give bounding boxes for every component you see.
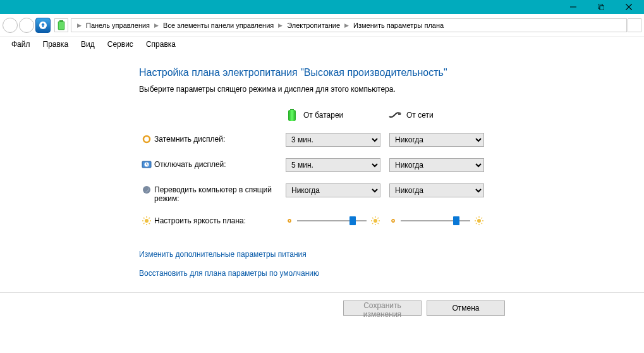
battery-icon [286,109,298,121]
svg-line-44 [482,218,483,219]
column-headers: От батареи От сети [139,109,644,121]
svg-point-16 [145,219,149,223]
menu-file[interactable]: Файл [5,40,37,49]
sun-big-icon [370,216,380,226]
breadcrumb-dropdown[interactable] [628,18,641,32]
svg-rect-11 [398,113,401,115]
menu-edit[interactable]: Правка [37,40,75,49]
display-off-battery-select[interactable]: 5 мин. [286,158,380,172]
svg-line-41 [476,218,477,219]
chevron-right-icon: ▶ [275,22,286,28]
save-button[interactable]: Сохранить изменения [343,300,422,316]
cancel-button[interactable]: Отмена [427,300,505,316]
svg-point-26 [374,219,377,223]
restore-defaults-link[interactable]: Восстановить для плана параметры по умол… [139,269,319,278]
svg-line-32 [378,223,379,225]
sun-small-icon [286,217,293,225]
advanced-settings-link[interactable]: Изменить дополнительные параметры питани… [139,250,307,259]
row-dim: Затемнить дисплей: 3 мин. Никогда [139,133,644,147]
svg-point-12 [143,136,150,142]
dim-icon [139,133,154,144]
col-ac: От сети [389,109,492,121]
sun-small-icon [389,217,397,225]
breadcrumb[interactable]: ▶ Панель управления ▶ Все элементы панел… [71,18,627,32]
menu-view[interactable]: Вид [75,40,101,49]
dim-battery-select[interactable]: 3 мин. [286,133,380,147]
battery-icon-box [54,18,68,32]
col-battery-label: От батареи [303,111,343,120]
page-title: Настройка плана электропитания "Высокая … [139,67,644,78]
display-off-icon [139,158,154,170]
display-off-ac-select[interactable]: Никогда [389,158,484,172]
svg-rect-2 [600,6,604,10]
back-button[interactable] [3,18,18,33]
chevron-right-icon: ▶ [151,22,162,28]
close-button[interactable] [615,0,643,14]
svg-point-25 [288,220,291,222]
display-off-label: Отключать дисплей: [154,158,286,169]
row-sleep: Переводить компьютер в спящий режим: Ник… [139,183,644,203]
up-button[interactable] [35,18,51,33]
crumb-0[interactable]: Панель управления [85,22,151,29]
sleep-battery-select[interactable]: Никогда [286,183,380,197]
svg-line-22 [149,223,150,225]
crumb-3[interactable]: Изменить параметры плана [352,22,445,29]
row-brightness: Настроить яркость плана: [139,214,644,227]
svg-point-35 [392,220,394,222]
svg-line-34 [378,218,379,219]
links-section: Изменить дополнительные параметры питани… [139,250,644,288]
minimize-button[interactable] [559,0,587,14]
footer: Сохранить изменения Отмена [0,292,644,323]
brightness-ac-thumb[interactable] [453,216,459,225]
svg-point-15 [143,186,150,194]
row-display-off: Отключать дисплей: 5 мин. Никогда [139,158,644,172]
brightness-battery-slider[interactable] [286,214,380,227]
menu-help[interactable]: Справка [140,40,182,49]
menu-tools[interactable]: Сервис [101,40,140,49]
brightness-ac-slider[interactable] [389,214,484,227]
brightness-label: Настроить яркость плана: [154,214,286,225]
svg-rect-10 [288,110,296,121]
svg-rect-6 [59,20,63,22]
svg-line-31 [372,218,374,219]
svg-line-42 [482,223,483,225]
titlebar [0,0,644,14]
dim-label: Затемнить дисплей: [154,133,286,144]
col-battery: От батареи [286,109,389,121]
sun-big-icon [474,216,484,226]
sleep-label: Переводить компьютер в спящий режим: [154,183,286,203]
chevron-right-icon: ▶ [74,22,85,28]
col-ac-label: От сети [406,111,434,120]
brightness-icon [139,214,154,226]
plug-icon [389,109,401,121]
svg-rect-8 [59,22,64,29]
brightness-battery-thumb[interactable] [349,216,356,225]
content: Настройка плана электропитания "Высокая … [0,52,644,288]
crumb-1[interactable]: Все элементы панели управления [162,22,275,29]
svg-line-21 [143,218,145,219]
svg-line-23 [143,223,145,225]
svg-rect-9 [290,109,294,110]
maximize-button[interactable] [587,0,615,14]
crumb-2[interactable]: Электропитание [286,22,341,29]
chevron-right-icon: ▶ [341,22,352,28]
sleep-icon [139,183,154,195]
svg-line-24 [149,218,150,219]
navigation-bar: ▶ Панель управления ▶ Все элементы панел… [0,14,644,37]
menu-bar: Файл Правка Вид Сервис Справка [0,37,644,52]
sleep-ac-select[interactable]: Никогда [389,183,484,197]
forward-button[interactable] [19,18,34,33]
page-subtitle: Выберите параметры спящего режима и дисп… [139,85,644,94]
dim-ac-select[interactable]: Никогда [389,133,484,147]
svg-point-36 [477,219,481,223]
svg-line-43 [476,223,477,225]
svg-line-33 [372,223,374,225]
